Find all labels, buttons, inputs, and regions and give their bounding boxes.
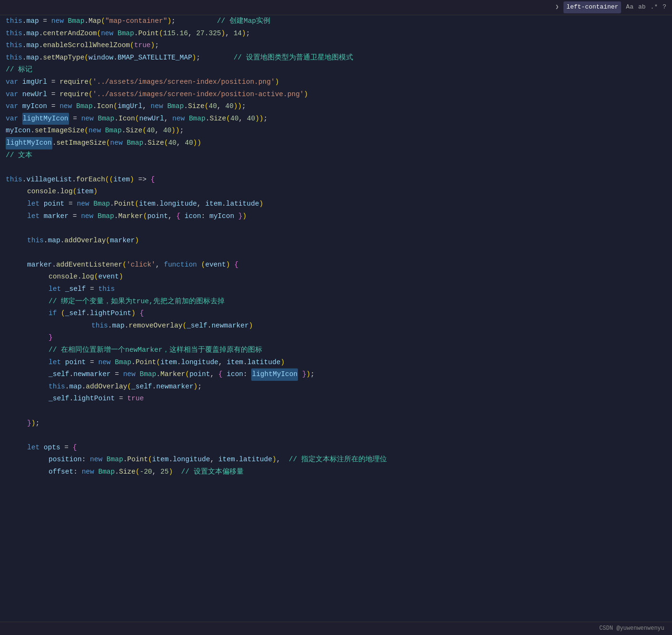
code-line-1: this.map = new Bmap.Map("map-container")… xyxy=(6,15,666,28)
code-line-35 xyxy=(6,429,666,442)
code-line-13 xyxy=(6,161,666,174)
code-line-5: // 标记 xyxy=(6,64,666,76)
code-line-2: this.map.centerAndZoom(new Bmap.Point(11… xyxy=(6,28,666,40)
code-line-26: this.map.removeOverlay(_self.newmarker) xyxy=(6,320,666,332)
code-line-38: offset: new Bmap.Size(-20, 25) // 设置文本偏移… xyxy=(6,466,666,478)
code-line-10: myIcon.setImageSize(new Bmap.Size(40, 40… xyxy=(6,125,666,137)
code-line-21: marker.addEventListener('click', functio… xyxy=(6,259,666,271)
editor-container: ❯ left-container Aa ab .* ? this.map = n… xyxy=(0,0,672,635)
code-line-22: console.log(event) xyxy=(6,271,666,283)
ab-button[interactable]: ab xyxy=(638,2,646,12)
code-line-20 xyxy=(6,247,666,259)
code-line-28: // 在相同位置新增一个newMarker，这样相当于覆盖掉原有的图标 xyxy=(6,344,666,357)
code-line-8: var myIcon = new Bmap.Icon(imgUrl, new B… xyxy=(6,100,666,113)
code-line-29: let point = new Bmap.Point(item.longitud… xyxy=(6,357,666,369)
code-line-32: _self.lightPoint = true xyxy=(6,393,666,405)
code-line-37: position: new Bmap.Point(item.longitude,… xyxy=(6,454,666,466)
code-line-19: this.map.addOverlay(marker) xyxy=(6,235,666,247)
breadcrumb-item[interactable]: left-container xyxy=(563,1,621,13)
code-line-25: if (_self.lightPoint) { xyxy=(6,308,666,320)
code-line-30: _self.newmarker = new Bmap.Marker(point,… xyxy=(6,368,666,381)
code-line-34: }); xyxy=(6,417,666,430)
regex-button[interactable]: .* xyxy=(651,2,658,12)
code-line-18 xyxy=(6,222,666,235)
code-content[interactable]: this.map = new Bmap.Map("map-container")… xyxy=(0,15,672,622)
code-line-31: this.map.addOverlay(_self.newmarker); xyxy=(6,381,666,393)
code-area: this.map = new Bmap.Map("map-container")… xyxy=(0,15,672,622)
code-line-27: } xyxy=(6,332,666,344)
chevron-icon: ❯ xyxy=(555,3,559,12)
code-line-11: lightMyIcon.setImageSize(new Bmap.Size(4… xyxy=(6,137,666,149)
code-line-15: console.log(item) xyxy=(6,186,666,198)
code-line-12: // 文本 xyxy=(6,149,666,162)
code-line-23: let _self = this xyxy=(6,283,666,296)
code-line-4: this.map.setMapType(window.BMAP_SATELLIT… xyxy=(6,52,666,64)
code-line-17: let marker = new Bmap.Marker(point, { ic… xyxy=(6,210,666,223)
code-line-6: var imgUrl = require('../assets/images/s… xyxy=(6,76,666,89)
code-line-9: var lightMyIcon = new Bmap.Icon(newUrl, … xyxy=(6,113,666,125)
code-line-14: this.villageList.forEach((item) => { xyxy=(6,174,666,186)
code-line-24: // 绑定一个变量，如果为true,先把之前加的图标去掉 xyxy=(6,296,666,308)
top-bar: ❯ left-container Aa ab .* ? xyxy=(0,0,672,15)
code-line-3: this.map.enableScrollWheelZoom(true); xyxy=(6,40,666,52)
code-line-7: var newUrl = require('../assets/images/s… xyxy=(6,89,666,101)
aa-button[interactable]: Aa xyxy=(626,2,633,12)
author-label: CSDN @yuwenwenwenyu xyxy=(599,624,664,633)
bottom-bar: CSDN @yuwenwenwenyu xyxy=(0,622,672,635)
help-button[interactable]: ? xyxy=(662,2,666,12)
code-line-33 xyxy=(6,405,666,417)
code-line-36: let opts = { xyxy=(6,442,666,454)
code-line-16: let point = new Bmap.Point(item.longitud… xyxy=(6,198,666,210)
